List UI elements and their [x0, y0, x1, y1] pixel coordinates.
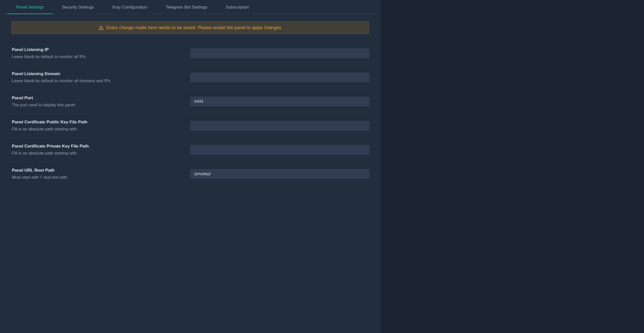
- svg-point-1: [101, 29, 101, 29]
- setting-title: Panel Certificate Public Key File Path: [12, 120, 190, 125]
- setting-label-group: Panel Certificate Private Key File Path …: [12, 144, 190, 156]
- tab-security-settings[interactable]: Security Settings: [53, 1, 103, 14]
- setting-input-wrap: [190, 73, 369, 82]
- setting-row-url-root-path: Panel URL Root Path Must start with '/' …: [6, 162, 375, 186]
- url-root-path-input[interactable]: [190, 169, 369, 179]
- port-input[interactable]: [190, 97, 369, 106]
- alert-banner: Every change made here needs to be saved…: [11, 21, 369, 34]
- setting-label-group: Panel Listening Domain Leave blank by de…: [12, 71, 190, 83]
- setting-desc: Fill in an absolute path starting with.: [12, 127, 190, 131]
- setting-input-wrap: [190, 145, 369, 155]
- tab-xray-configuration[interactable]: Xray Configuration: [103, 1, 156, 14]
- content-area: Every change made here needs to be saved…: [0, 14, 381, 186]
- tab-telegram-bot-settings[interactable]: Telegram Bot Settings: [156, 1, 216, 14]
- setting-title: Panel Port: [12, 96, 190, 101]
- setting-label-group: Panel Certificate Public Key File Path F…: [12, 120, 190, 131]
- setting-input-wrap: [190, 121, 369, 130]
- setting-row-port: Panel Port The port used to display this…: [6, 89, 375, 114]
- setting-row-listening-ip: Panel Listening IP Leave blank by defaul…: [6, 41, 375, 65]
- alert-text: Every change made here needs to be saved…: [106, 25, 282, 30]
- setting-title: Panel Listening Domain: [12, 71, 190, 76]
- setting-desc: Leave blank by default to monitor all IP…: [12, 54, 190, 59]
- setting-row-cert-private-key: Panel Certificate Private Key File Path …: [6, 138, 375, 162]
- setting-input-wrap: [190, 97, 369, 106]
- setting-input-wrap: [190, 49, 369, 58]
- tab-bar: Panel Settings Security Settings Xray Co…: [0, 1, 381, 14]
- setting-label-group: Panel Port The port used to display this…: [12, 96, 190, 107]
- cert-public-key-input[interactable]: [190, 121, 369, 130]
- setting-title: Panel URL Root Path: [12, 168, 190, 173]
- tab-subscription[interactable]: Subscription: [216, 1, 258, 14]
- setting-desc: Leave blank by default to monitor all do…: [12, 78, 190, 83]
- setting-input-wrap: [190, 169, 369, 179]
- listening-domain-input[interactable]: [190, 73, 369, 82]
- setting-row-cert-public-key: Panel Certificate Public Key File Path F…: [6, 114, 375, 138]
- setting-desc: The port used to display this panel: [12, 103, 190, 107]
- app-wrapper: Panel Settings Security Settings Xray Co…: [0, 0, 381, 333]
- setting-label-group: Panel Listening IP Leave blank by defaul…: [12, 47, 190, 59]
- warning-icon: [98, 25, 104, 30]
- cert-private-key-input[interactable]: [190, 145, 369, 155]
- setting-title: Panel Listening IP: [12, 47, 190, 52]
- setting-row-listening-domain: Panel Listening Domain Leave blank by de…: [6, 65, 375, 89]
- setting-title: Panel Certificate Private Key File Path: [12, 144, 190, 149]
- setting-desc: Fill in an absolute path starting with.: [12, 151, 190, 156]
- setting-label-group: Panel URL Root Path Must start with '/' …: [12, 168, 190, 180]
- listening-ip-input[interactable]: [190, 49, 369, 58]
- tab-panel-settings[interactable]: Panel Settings: [7, 1, 53, 14]
- setting-desc: Must start with '/' and end with.: [12, 175, 190, 180]
